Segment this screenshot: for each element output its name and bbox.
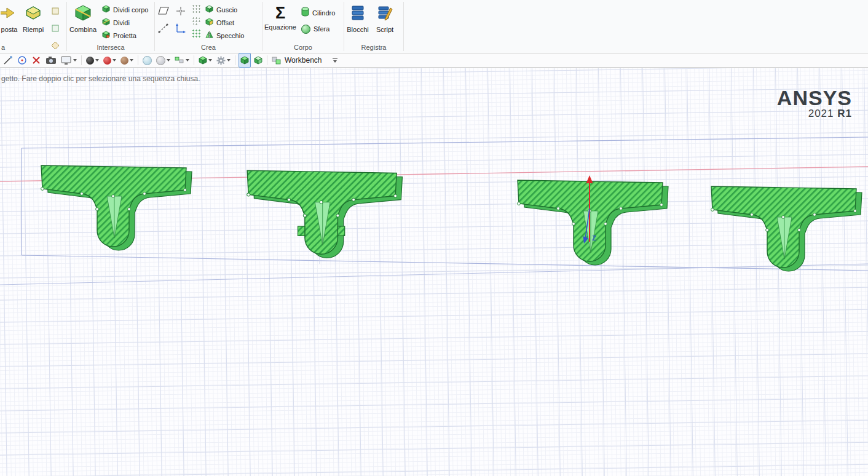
style-caret-icon bbox=[186, 59, 189, 61]
tbody-4[interactable] bbox=[711, 186, 862, 271]
blocchi-button[interactable]: Blocchi bbox=[344, 1, 371, 39]
cut-red-x-icon[interactable] bbox=[30, 54, 42, 66]
sketch-line-icon[interactable] bbox=[2, 54, 14, 66]
silver-sphere-icon[interactable] bbox=[155, 54, 172, 66]
construction-line-icon[interactable] bbox=[157, 22, 170, 34]
green-cube2-icon[interactable] bbox=[253, 54, 264, 66]
ribbon-group-interseca: Combina Dividi corpo Dividi Proietta Int… bbox=[67, 0, 154, 53]
specchio-button[interactable]: Specchio bbox=[202, 29, 247, 42]
script-icon bbox=[377, 4, 393, 24]
dividi-icon bbox=[102, 17, 110, 28]
ribbon-group-corpo: Σ Equazione Cilindro Sfera Corpo bbox=[262, 0, 344, 53]
equazione-button[interactable]: Σ Equazione bbox=[262, 1, 298, 39]
spaceclaim-window: posta Riempi a Combina bbox=[0, 0, 868, 476]
grid-pattern-icon[interactable] bbox=[191, 28, 200, 38]
guscio-label: Guscio bbox=[216, 6, 237, 14]
sposta-button[interactable]: posta bbox=[0, 1, 18, 39]
plane-icon[interactable] bbox=[157, 5, 170, 17]
combina-label: Combina bbox=[69, 26, 97, 33]
style-icon[interactable] bbox=[173, 54, 191, 66]
gear-icon[interactable] bbox=[215, 54, 232, 66]
mini-tool-icon-2[interactable] bbox=[50, 22, 61, 34]
dividi-button[interactable]: Dividi bbox=[99, 16, 151, 29]
corpo-small-column: Cilindro Sfera bbox=[298, 1, 338, 37]
tbody-1[interactable] bbox=[41, 165, 192, 250]
triad-z-label: Z bbox=[592, 234, 596, 242]
dividi-corpo-icon bbox=[102, 4, 110, 15]
quickbar-separator bbox=[235, 55, 235, 65]
ansys-release: R1 bbox=[837, 108, 852, 119]
black-sphere-caret-icon bbox=[95, 59, 99, 61]
green-cube-icon[interactable] bbox=[197, 54, 213, 66]
display-icon[interactable] bbox=[60, 54, 78, 66]
compass-icon[interactable] bbox=[16, 54, 28, 66]
proietta-label: Proietta bbox=[113, 32, 136, 39]
sposta-label: posta bbox=[1, 26, 18, 33]
proietta-icon bbox=[102, 30, 110, 41]
ansys-brand: ANSYS bbox=[777, 88, 852, 108]
ribbon-group-edit-partial: posta Riempi a bbox=[0, 0, 66, 53]
riempi-button[interactable]: Riempi bbox=[18, 1, 48, 39]
model-canvas[interactable]: Z getto. Fare doppio clic per selezionar… bbox=[0, 68, 868, 476]
quickbar-separator bbox=[267, 55, 267, 65]
offset-button[interactable]: Offset bbox=[202, 16, 247, 29]
mini-tool-icon-1[interactable] bbox=[50, 5, 61, 17]
tbody-3[interactable] bbox=[518, 180, 668, 265]
script-label: Script bbox=[376, 26, 393, 33]
sfera-button[interactable]: Sfera bbox=[298, 21, 338, 37]
ansys-logo: ANSYS 2021 R1 bbox=[777, 88, 852, 120]
dividi-corpo-label: Dividi corpo bbox=[113, 6, 148, 14]
brown-sphere-icon[interactable] bbox=[119, 54, 135, 66]
crea-icon-col-1 bbox=[155, 1, 172, 34]
ribbon-group-registra: Blocchi Script Registra bbox=[344, 0, 403, 53]
status-hint: getto. Fare doppio clic per selezionare … bbox=[1, 74, 200, 83]
cilindro-button[interactable]: Cilindro bbox=[298, 5, 338, 21]
riempi-icon bbox=[25, 4, 42, 24]
workbench-button[interactable]: Workbench bbox=[270, 54, 323, 66]
crea-small-column: Guscio Offset Specchio bbox=[202, 1, 247, 42]
axes-icon[interactable] bbox=[174, 22, 187, 34]
script-button[interactable]: Script bbox=[371, 1, 398, 39]
black-sphere-icon[interactable] bbox=[85, 54, 100, 66]
guscio-button[interactable]: Guscio bbox=[202, 3, 247, 16]
gear-caret-icon bbox=[227, 59, 231, 61]
tbody-2[interactable] bbox=[247, 170, 403, 258]
camera-icon[interactable] bbox=[44, 54, 58, 66]
proietta-button[interactable]: Proietta bbox=[99, 29, 151, 42]
origin-icon[interactable] bbox=[174, 5, 187, 17]
quickbar-separator bbox=[81, 55, 82, 65]
group-label-corpo: Corpo bbox=[262, 44, 344, 51]
dividi-corpo-button[interactable]: Dividi corpo bbox=[99, 3, 151, 16]
model-view: Z bbox=[0, 68, 868, 476]
group-label-crea: Crea bbox=[155, 44, 262, 51]
quick-toolbar: Workbench bbox=[0, 54, 868, 68]
dividi-label: Dividi bbox=[113, 19, 130, 26]
triad-arrow-up-icon bbox=[586, 175, 593, 183]
crea-pattern-col bbox=[189, 1, 202, 38]
sfera-icon bbox=[301, 25, 310, 34]
display-caret-icon bbox=[73, 59, 77, 61]
cilindro-label: Cilindro bbox=[312, 9, 335, 17]
group-label-registra: Registra bbox=[344, 44, 403, 51]
workbench-label: Workbench bbox=[285, 56, 322, 65]
red-sphere-icon[interactable] bbox=[102, 54, 117, 66]
offset-icon bbox=[205, 17, 213, 28]
red-sphere-caret-icon bbox=[112, 59, 116, 61]
ribbon: posta Riempi a Combina bbox=[0, 0, 868, 54]
circular-pattern-icon[interactable] bbox=[191, 16, 200, 25]
crea-icon-col-2 bbox=[172, 1, 189, 34]
group-label-interseca: Interseca bbox=[67, 44, 154, 51]
sigma-icon: Σ bbox=[275, 4, 285, 22]
blocchi-icon bbox=[350, 4, 366, 24]
combina-button[interactable]: Combina bbox=[67, 1, 99, 39]
linear-pattern-icon[interactable] bbox=[191, 4, 200, 13]
blocchi-label: Blocchi bbox=[347, 26, 368, 33]
riempi-label: Riempi bbox=[23, 26, 44, 33]
selected-green-cube-icon[interactable] bbox=[239, 53, 251, 68]
specchio-label: Specchio bbox=[216, 32, 244, 39]
quickbar-separator bbox=[194, 55, 194, 65]
cilindro-icon bbox=[301, 7, 309, 19]
overflow-caret-icon[interactable] bbox=[331, 54, 339, 66]
workbench-icon bbox=[272, 56, 282, 65]
teal-sphere-icon[interactable] bbox=[141, 54, 153, 66]
